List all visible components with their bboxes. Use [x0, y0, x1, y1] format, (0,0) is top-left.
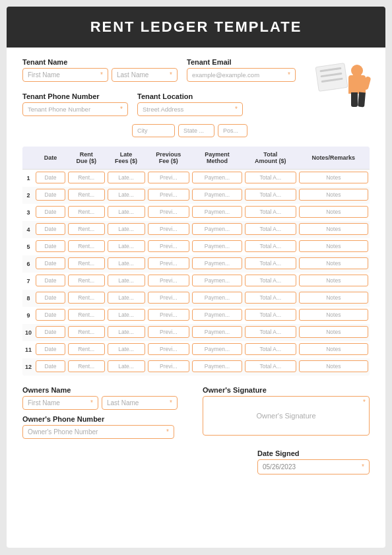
cell-rent[interactable]: Rent...	[67, 358, 106, 375]
cell-payment[interactable]: Paymen...	[191, 238, 244, 255]
cell-date[interactable]: Date	[34, 324, 67, 341]
tenant-first-name-input[interactable]: First Name *	[22, 68, 108, 82]
cell-notes[interactable]: Notes	[298, 290, 370, 307]
cell-date[interactable]: Date	[34, 238, 67, 255]
cell-total[interactable]: Total A...	[244, 238, 298, 255]
cell-date[interactable]: Date	[34, 255, 67, 273]
cell-late[interactable]: Late...	[106, 238, 147, 255]
cell-prev[interactable]: Previ...	[147, 221, 191, 238]
cell-rent[interactable]: Rent...	[67, 290, 106, 307]
cell-date[interactable]: Date	[34, 204, 67, 221]
cell-notes[interactable]: Notes	[298, 273, 370, 290]
cell-payment[interactable]: Paymen...	[191, 221, 244, 238]
tenant-city-input[interactable]: City	[132, 124, 175, 137]
cell-late[interactable]: Late...	[106, 273, 147, 290]
cell-total[interactable]: Total A...	[244, 221, 298, 238]
tenant-state-input[interactable]: State ...	[178, 124, 214, 137]
cell-rent[interactable]: Rent...	[67, 273, 106, 290]
cell-notes[interactable]: Notes	[298, 341, 370, 358]
owner-last-name-input[interactable]: Last Name *	[102, 396, 178, 410]
cell-total[interactable]: Total A...	[244, 204, 298, 221]
cell-total[interactable]: Total A...	[244, 307, 298, 324]
cell-payment[interactable]: Paymen...	[191, 204, 244, 221]
cell-total[interactable]: Total A...	[244, 341, 298, 358]
tenant-phone-input[interactable]: Tenant Phone Number *	[22, 102, 128, 116]
row-number: 3	[22, 204, 34, 221]
cell-notes[interactable]: Notes	[298, 255, 370, 273]
cell-date[interactable]: Date	[34, 170, 67, 187]
cell-notes[interactable]: Notes	[298, 221, 370, 238]
cell-date[interactable]: Date	[34, 221, 67, 238]
cell-late[interactable]: Late...	[106, 187, 147, 204]
cell-late[interactable]: Late...	[106, 324, 147, 341]
cell-rent[interactable]: Rent...	[67, 238, 106, 255]
cell-notes[interactable]: Notes	[298, 170, 370, 187]
cell-prev[interactable]: Previ...	[147, 204, 191, 221]
cell-payment[interactable]: Paymen...	[191, 307, 244, 324]
cell-rent[interactable]: Rent...	[67, 204, 106, 221]
cell-prev[interactable]: Previ...	[147, 187, 191, 204]
owner-phone-input[interactable]: Owner's Phone Number *	[22, 425, 174, 439]
cell-prev[interactable]: Previ...	[147, 273, 191, 290]
cell-prev[interactable]: Previ...	[147, 170, 191, 187]
cell-date[interactable]: Date	[34, 290, 67, 307]
cell-prev[interactable]: Previ...	[147, 324, 191, 341]
cell-prev[interactable]: Previ...	[147, 307, 191, 324]
cell-total[interactable]: Total A...	[244, 255, 298, 273]
cell-prev[interactable]: Previ...	[147, 238, 191, 255]
cell-rent[interactable]: Rent...	[67, 255, 106, 273]
cell-late[interactable]: Late...	[106, 307, 147, 324]
cell-prev[interactable]: Previ...	[147, 341, 191, 358]
cell-total[interactable]: Total A...	[244, 358, 298, 375]
owner-first-name-input[interactable]: First Name *	[22, 396, 98, 410]
cell-payment[interactable]: Paymen...	[191, 170, 244, 187]
cell-date[interactable]: Date	[34, 358, 67, 375]
cell-payment[interactable]: Paymen...	[191, 273, 244, 290]
cell-total[interactable]: Total A...	[244, 170, 298, 187]
cell-payment[interactable]: Paymen...	[191, 341, 244, 358]
cell-rent[interactable]: Rent...	[67, 307, 106, 324]
cell-prev[interactable]: Previ...	[147, 255, 191, 273]
cell-late[interactable]: Late...	[106, 204, 147, 221]
page-container: RENT LEDGER TEMPLATE Tenant Name First N…	[7, 7, 385, 548]
cell-late[interactable]: Late...	[106, 358, 147, 375]
ledger-table: Date RentDue ($) LateFees ($) PreviousFe…	[22, 147, 370, 375]
cell-total[interactable]: Total A...	[244, 290, 298, 307]
owner-signature-input[interactable]: Owner's Signature *	[203, 396, 370, 436]
cell-rent[interactable]: Rent...	[67, 324, 106, 341]
cell-late[interactable]: Late...	[106, 255, 147, 273]
cell-prev[interactable]: Previ...	[147, 358, 191, 375]
cell-date[interactable]: Date	[34, 273, 67, 290]
tenant-street-input[interactable]: Street Address *	[137, 102, 243, 116]
cell-payment[interactable]: Paymen...	[191, 255, 244, 273]
cell-late[interactable]: Late...	[106, 221, 147, 238]
date-signed-input[interactable]: 05/26/2023 *	[257, 459, 370, 474]
cell-prev[interactable]: Previ...	[147, 290, 191, 307]
tenant-postal-input[interactable]: Pos...	[218, 124, 247, 137]
cell-date[interactable]: Date	[34, 187, 67, 204]
cell-payment[interactable]: Paymen...	[191, 324, 244, 341]
cell-payment[interactable]: Paymen...	[191, 187, 244, 204]
cell-late[interactable]: Late...	[106, 170, 147, 187]
cell-total[interactable]: Total A...	[244, 324, 298, 341]
tenant-last-name-input[interactable]: Last Name *	[112, 68, 178, 82]
cell-notes[interactable]: Notes	[298, 187, 370, 204]
cell-notes[interactable]: Notes	[298, 307, 370, 324]
cell-rent[interactable]: Rent...	[67, 187, 106, 204]
cell-rent[interactable]: Rent...	[67, 341, 106, 358]
tenant-email-input[interactable]: example@example.com *	[187, 68, 296, 82]
cell-rent[interactable]: Rent...	[67, 221, 106, 238]
cell-date[interactable]: Date	[34, 341, 67, 358]
cell-notes[interactable]: Notes	[298, 238, 370, 255]
cell-late[interactable]: Late...	[106, 341, 147, 358]
cell-rent[interactable]: Rent...	[67, 170, 106, 187]
cell-notes[interactable]: Notes	[298, 204, 370, 221]
cell-notes[interactable]: Notes	[298, 324, 370, 341]
cell-payment[interactable]: Paymen...	[191, 290, 244, 307]
cell-total[interactable]: Total A...	[244, 273, 298, 290]
cell-total[interactable]: Total A...	[244, 187, 298, 204]
cell-late[interactable]: Late...	[106, 290, 147, 307]
cell-date[interactable]: Date	[34, 307, 67, 324]
cell-payment[interactable]: Paymen...	[191, 358, 244, 375]
cell-notes[interactable]: Notes	[298, 358, 370, 375]
